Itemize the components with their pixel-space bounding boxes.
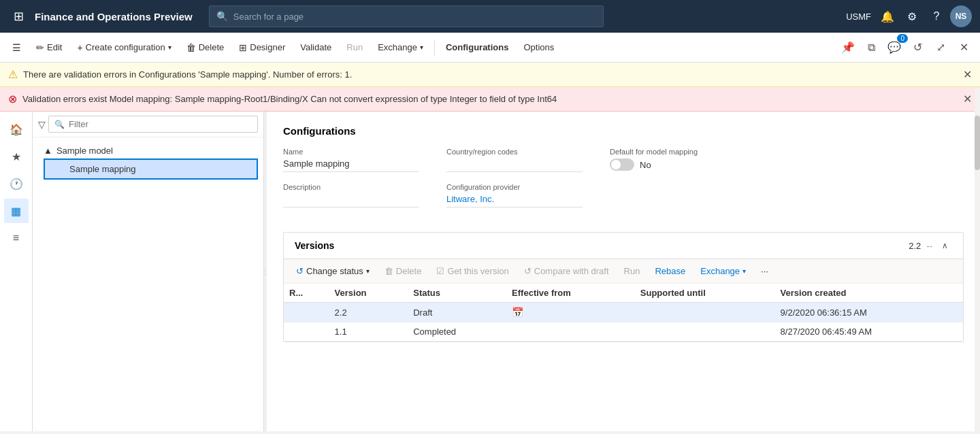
error-close-button[interactable]: ✕ (963, 93, 972, 105)
validate-button[interactable]: Validate (293, 39, 338, 55)
compare-with-draft-button[interactable]: ↺ Compare with draft (517, 263, 616, 279)
warning-text: There are validation errors in Configura… (23, 69, 352, 80)
default-mapping-label: Default for model mapping (610, 148, 746, 156)
notification-badge: 0 (897, 34, 908, 43)
col-r: R... (284, 284, 329, 303)
versions-exchange-button[interactable]: Exchange ▾ (693, 263, 753, 279)
filter-icon[interactable]: ▽ (38, 119, 46, 130)
rebase-button[interactable]: Rebase (648, 263, 692, 279)
list-icon[interactable]: ≡ (4, 226, 29, 250)
versions-collapse-button[interactable]: ∧ (938, 239, 952, 252)
left-panel-toolbar: ▽ 🔍 (33, 112, 263, 137)
effective-from-col: 📅 (506, 303, 635, 322)
open-new-icon[interactable]: ⤢ (930, 37, 951, 59)
filter-search-input[interactable] (69, 119, 252, 129)
bell-icon[interactable]: 🔔 (877, 5, 898, 27)
versions-table-body: 2.2Draft📅9/2/2020 06:36:15 AM1.1Complete… (284, 303, 963, 341)
grid-icon[interactable]: ⊞ (8, 6, 29, 27)
tree-child-label: Sample mapping (69, 164, 136, 174)
home-icon[interactable]: 🏠 (4, 117, 29, 141)
search-small-icon: 🔍 (54, 120, 65, 129)
delete-button[interactable]: 🗑 Delete (180, 39, 231, 56)
help-icon[interactable]: ? (926, 5, 947, 27)
options-tab[interactable]: Options (517, 39, 561, 55)
supported-until-col (635, 322, 775, 341)
change-status-button[interactable]: ↺ Change status ▾ (289, 263, 376, 279)
error-icon: ⊗ (8, 93, 17, 105)
user-code: USMF (846, 12, 871, 22)
version-col: 1.1 (329, 322, 408, 341)
name-value: Sample mapping (283, 158, 419, 172)
create-configuration-button[interactable]: + Create configuration ▾ (70, 39, 178, 56)
main-area: 🏠 ★ 🕐 ▦ ≡ ▽ 🔍 ▲ Sample model Sample mapp… (0, 112, 980, 431)
calendar-icon[interactable]: 📅 (512, 307, 523, 318)
search-icon: 🔍 (216, 11, 228, 22)
get-this-version-button[interactable]: ☑ Get this version (429, 263, 515, 279)
config-provider-group: Configuration provider Litware, Inc. (446, 183, 583, 207)
col-version: Version (329, 284, 408, 303)
toolbar: ☰ ✏ Edit + Create configuration ▾ 🗑 Dele… (0, 33, 980, 63)
top-nav-right: USMF 🔔 ⚙ ? NS (846, 5, 972, 27)
star-icon[interactable]: ★ (4, 144, 29, 169)
name-group: Name Sample mapping (283, 148, 419, 172)
configurations-tab[interactable]: Configurations (439, 39, 515, 55)
hamburger-icon: ☰ (12, 42, 21, 53)
versions-table-header-row: R... Version Status Effective from Suppo… (284, 284, 963, 303)
versions-run-button[interactable]: Run (617, 263, 647, 279)
exchange-chevron-icon: ▾ (420, 44, 423, 51)
notification-icon[interactable]: 💬 0 (883, 37, 905, 59)
refresh-icon[interactable]: ↺ (906, 37, 928, 59)
close-button[interactable]: ✕ (953, 37, 975, 59)
avatar[interactable]: NS (950, 5, 972, 27)
version-created-col: 8/27/2020 06:45:49 AM (775, 322, 963, 341)
ellipsis-icon: ··· (761, 266, 768, 276)
versions-table: R... Version Status Effective from Suppo… (284, 284, 963, 341)
description-value (283, 194, 419, 207)
run-button[interactable]: Run (340, 39, 370, 55)
warning-close-button[interactable]: ✕ (963, 68, 972, 81)
exchange-button[interactable]: Exchange ▾ (371, 39, 430, 55)
scrollbar-track[interactable] (975, 112, 980, 431)
filter-input-wrap[interactable]: 🔍 (48, 116, 258, 133)
status-col: Completed (408, 322, 506, 341)
search-input[interactable] (233, 12, 596, 22)
expand-icon: ▲ (44, 146, 52, 156)
exchange-down-icon: ▾ (742, 267, 746, 275)
versions-section: Versions 2.2 -- ∧ ↺ Change status ▾ 🗑 De… (283, 232, 964, 342)
configurations-form: Configurations Name Sample mapping Count… (267, 112, 980, 232)
settings-icon[interactable]: ⚙ (901, 5, 923, 27)
menu-toggle[interactable]: ☰ (5, 39, 28, 56)
tree-child-item[interactable]: Sample mapping (44, 158, 258, 180)
col-version-created: Version created (775, 284, 963, 303)
table-row[interactable]: 2.2Draft📅9/2/2020 06:36:15 AM (284, 303, 963, 322)
grid-side-icon[interactable]: ▦ (4, 199, 29, 223)
toolbar-right: 📌 ⧉ 💬 0 ↺ ⤢ ✕ (837, 37, 975, 59)
edit-button[interactable]: ✏ Edit (29, 39, 69, 56)
col-status: Status (408, 284, 506, 303)
form-section-title: Configurations (283, 125, 964, 137)
clock-icon[interactable]: 🕐 (4, 171, 29, 196)
default-mapping-toggle[interactable] (610, 158, 634, 171)
scrollbar-thumb[interactable] (975, 116, 980, 170)
effective-from-col (506, 322, 635, 341)
form-row-2: Description Configuration provider Litwa… (283, 183, 964, 207)
search-bar[interactable]: 🔍 (209, 5, 604, 27)
table-row[interactable]: 1.1Completed8/27/2020 06:45:49 AM (284, 322, 963, 341)
versions-delete-button[interactable]: 🗑 Delete (378, 263, 429, 279)
tree-parent-item[interactable]: ▲ Sample model (38, 143, 258, 158)
versions-title: Versions (295, 240, 334, 251)
more-options-button[interactable]: ··· (754, 263, 775, 279)
form-row-1: Name Sample mapping Country/region codes… (283, 148, 964, 172)
col-supported-until: Supported until (635, 284, 775, 303)
designer-button[interactable]: ⊞ Designer (232, 39, 292, 56)
country-value: — (446, 158, 583, 172)
supported-until-col (635, 303, 775, 322)
designer-icon: ⊞ (239, 42, 247, 53)
pin-icon[interactable]: 📌 (837, 37, 859, 59)
warning-icon: ⚠ (8, 68, 18, 81)
version-created-col: 9/2/2020 06:36:15 AM (775, 303, 963, 322)
versions-toolbar: ↺ Change status ▾ 🗑 Delete ☑ Get this ve… (284, 259, 963, 284)
config-provider-value[interactable]: Litware, Inc. (446, 194, 583, 207)
fullscreen-icon[interactable]: ⧉ (860, 37, 882, 59)
compare-icon: ↺ (524, 266, 532, 276)
